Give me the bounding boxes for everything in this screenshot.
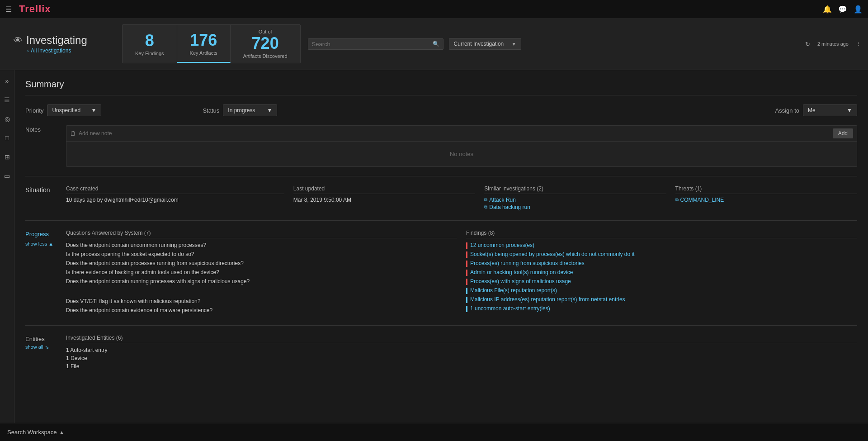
data-hacking-run-link[interactable]: ⧉ Data hacking run bbox=[484, 204, 666, 210]
finding-bar-red bbox=[466, 279, 467, 285]
chevron-down-icon: ▼ bbox=[267, 107, 272, 114]
finding-bar-red bbox=[466, 261, 467, 267]
investigating-label: Investigating bbox=[26, 34, 87, 47]
finding-3: Process(es) running from suspicious dire… bbox=[466, 260, 857, 267]
finding-text-4[interactable]: Admin or hacking tool(s) running on devi… bbox=[470, 269, 573, 275]
priority-dropdown[interactable]: Unspecified ▼ bbox=[47, 104, 101, 116]
finding-text-2[interactable]: Socket(s) being opened by process(es) wh… bbox=[470, 251, 635, 257]
artifacts-number: 720 bbox=[252, 34, 279, 52]
key-artifacts-stat[interactable]: 176 Key Artifacts bbox=[177, 25, 231, 63]
refresh-time: 2 minutes ago bbox=[817, 41, 849, 47]
finding-text-7[interactable]: Malicious IP address(es) reputation repo… bbox=[470, 296, 625, 303]
sidebar-overview-icon[interactable]: □ bbox=[3, 133, 10, 143]
key-findings-stat[interactable]: 8 Key Findings bbox=[123, 25, 177, 63]
similar-inv-header: Similar investigations (2) bbox=[484, 185, 666, 194]
last-updated-col: Last updated Mar 8, 2019 9:50:00 AM bbox=[293, 185, 475, 211]
external-link-icon: ⧉ bbox=[484, 204, 487, 210]
search-input[interactable] bbox=[312, 41, 430, 47]
threats-header: Threats (1) bbox=[675, 185, 857, 194]
entities-label: Entities bbox=[25, 336, 66, 342]
search-icon: 🔍 bbox=[433, 41, 439, 47]
app-logo: Trellix bbox=[19, 3, 51, 15]
case-created-value: 10 days ago by dwightmhill+edr10@gmail.c… bbox=[66, 197, 284, 203]
page-title: Summary bbox=[25, 79, 857, 95]
case-created-header: Case created bbox=[66, 185, 284, 194]
threats-col: Threats (1) ⧉ COMMAND_LINE bbox=[675, 185, 857, 211]
notes-add-button[interactable]: Add bbox=[833, 128, 853, 138]
show-less-link[interactable]: show less ▲ bbox=[25, 241, 66, 247]
key-findings-label: Key Findings bbox=[135, 51, 164, 56]
finding-bar-blue bbox=[466, 297, 467, 303]
questions-header: Questions Answered by System (7) bbox=[66, 230, 457, 238]
eye-icon: 👁 bbox=[14, 35, 23, 46]
finding-text-5[interactable]: Process(es) with signs of malicious usag… bbox=[470, 278, 571, 285]
finding-bar-red bbox=[466, 242, 467, 249]
finding-8: 1 uncommon auto-start entry(ies) bbox=[466, 305, 857, 312]
notes-input-row: 🗒 Add bbox=[66, 126, 857, 142]
external-link-icon: ⧉ bbox=[675, 197, 679, 203]
finding-5: Process(es) with signs of malicious usag… bbox=[466, 278, 857, 285]
header-strip: 👁 Investigating ‹ All investigations 8 K… bbox=[0, 18, 868, 70]
sidebar-grid-icon[interactable]: ⊞ bbox=[3, 152, 12, 162]
notes-section: Notes 🗒 Add No notes bbox=[25, 125, 857, 167]
attack-run-link[interactable]: ⧉ Attack Run bbox=[484, 197, 666, 203]
question-2: Is the process opening the socket expect… bbox=[66, 251, 457, 257]
threats-links: ⧉ COMMAND_LINE bbox=[675, 197, 857, 203]
finding-text-3[interactable]: Process(es) running from suspicious dire… bbox=[470, 260, 585, 266]
finding-6: Malicious File(s) reputation report(s) bbox=[466, 287, 857, 294]
finding-2: Socket(s) being opened by process(es) wh… bbox=[466, 251, 857, 258]
sidebar-menu-icon[interactable]: ☰ bbox=[2, 95, 12, 105]
notes-input[interactable] bbox=[79, 130, 830, 137]
hamburger-icon[interactable]: ☰ bbox=[5, 5, 12, 14]
case-created-col: Case created 10 days ago by dwightmhill+… bbox=[66, 185, 284, 211]
priority-label: Priority bbox=[25, 107, 43, 114]
status-label: Status bbox=[203, 107, 219, 114]
progress-section: Progress show less ▲ Questions Answered … bbox=[25, 230, 857, 316]
command-line-link[interactable]: ⧉ COMMAND_LINE bbox=[675, 197, 857, 203]
note-icon: 🗒 bbox=[70, 130, 76, 137]
question-3: Does the endpoint contain processes runn… bbox=[66, 260, 457, 266]
question-6 bbox=[66, 289, 457, 295]
finding-4: Admin or hacking tool(s) running on devi… bbox=[466, 269, 857, 276]
progress-label: Progress bbox=[25, 231, 66, 237]
bell-icon[interactable]: 🔔 bbox=[823, 5, 832, 14]
question-5: Does the endpoint contain running proces… bbox=[66, 278, 457, 285]
chat-icon[interactable]: 💬 bbox=[838, 5, 847, 14]
show-all-link[interactable]: show all ↘ bbox=[25, 344, 66, 350]
key-artifacts-label: Key Artifacts bbox=[190, 50, 217, 56]
status-dropdown[interactable]: In progress ▼ bbox=[223, 104, 277, 116]
back-arrow-icon: ‹ bbox=[27, 47, 29, 54]
entity-1: 1 Auto-start entry bbox=[66, 347, 857, 353]
finding-7: Malicious IP address(es) reputation repo… bbox=[466, 296, 857, 303]
sidebar-analytics-icon[interactable]: ◎ bbox=[3, 114, 12, 124]
last-updated-value: Mar 8, 2019 9:50:00 AM bbox=[293, 197, 475, 203]
investigating-section: 👁 Investigating ‹ All investigations bbox=[0, 18, 122, 70]
sidebar-terminal-icon[interactable]: ▭ bbox=[2, 171, 12, 181]
search-box[interactable]: 🔍 bbox=[308, 38, 443, 50]
search-workspace-button[interactable]: Search Workspace ▲ bbox=[7, 429, 64, 436]
all-investigations-link[interactable]: ‹ All investigations bbox=[27, 47, 113, 54]
notes-label: Notes bbox=[25, 126, 41, 133]
situation-section: Situation Case created 10 days ago by dw… bbox=[25, 185, 857, 211]
finding-bar-red bbox=[466, 251, 467, 258]
entity-3: 1 File bbox=[66, 363, 857, 370]
investigated-header: Investigated Entities (6) bbox=[66, 335, 857, 343]
notes-area: 🗒 Add No notes bbox=[66, 125, 857, 167]
chevron-down-icon: ▼ bbox=[91, 107, 97, 114]
controls-row: Priority Unspecified ▼ Status In progres… bbox=[25, 104, 857, 116]
more-options-icon[interactable]: ⋮ bbox=[856, 41, 861, 47]
investigation-filter-dropdown[interactable]: Current Investigation ▼ bbox=[449, 38, 521, 50]
finding-text-8[interactable]: 1 uncommon auto-start entry(ies) bbox=[470, 305, 550, 312]
similar-investigations-col: Similar investigations (2) ⧉ Attack Run … bbox=[484, 185, 666, 211]
finding-text-1[interactable]: 12 uncommon process(es) bbox=[470, 242, 534, 248]
key-artifacts-number: 176 bbox=[190, 31, 217, 49]
user-icon[interactable]: 👤 bbox=[854, 5, 863, 14]
sidebar-expand-icon[interactable]: » bbox=[4, 76, 11, 86]
refresh-icon[interactable]: ↻ bbox=[805, 41, 810, 47]
status-group: Status In progress ▼ bbox=[203, 104, 277, 116]
finding-text-6[interactable]: Malicious File(s) reputation report(s) bbox=[470, 287, 557, 294]
chevron-down-icon: ▼ bbox=[512, 42, 516, 47]
assign-dropdown[interactable]: Me ▼ bbox=[803, 104, 857, 116]
question-8: Does the endpoint contain evidence of ma… bbox=[66, 307, 457, 313]
findings-header: Findings (8) bbox=[466, 230, 857, 238]
